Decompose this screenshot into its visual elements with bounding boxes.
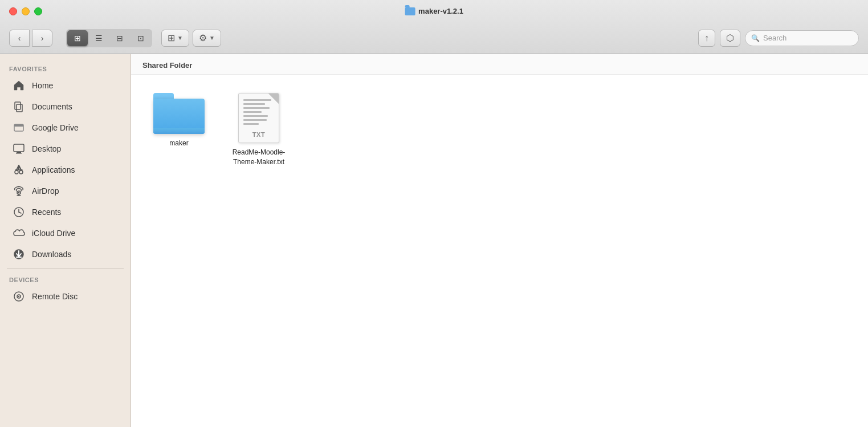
airdrop-icon (13, 185, 25, 197)
action-button[interactable]: ⚙ ▼ (193, 30, 221, 47)
sidebar-item-airdrop[interactable]: AirDrop (3, 181, 127, 201)
svg-rect-0 (15, 102, 21, 109)
txt-line (243, 111, 262, 113)
title-text: maker-v1.2.1 (418, 7, 463, 15)
devices-header: Devices (0, 273, 131, 286)
svg-rect-1 (17, 104, 22, 112)
icloud-icon (13, 227, 25, 239)
sidebar-item-downloads[interactable]: Downloads (3, 244, 127, 265)
svg-line-20 (19, 212, 21, 213)
titlebar-top: maker-v1.2.1 (0, 0, 868, 23)
sidebar-label-documents: Documents (32, 102, 72, 111)
desktop-icon (13, 143, 25, 155)
sidebar-item-documents[interactable]: Documents (3, 96, 127, 117)
window-controls (9, 7, 42, 15)
file-item-maker[interactable]: maker (145, 88, 213, 153)
list-view-button[interactable]: ☰ (88, 30, 109, 46)
svg-point-12 (15, 170, 18, 174)
svg-rect-5 (17, 152, 21, 153)
content-header: Shared Folder (131, 54, 868, 75)
svg-point-13 (19, 170, 23, 174)
sidebar-item-google-drive[interactable]: Google Drive (3, 117, 127, 138)
txt-page: TXT (238, 93, 279, 143)
file-item-readme[interactable]: TXT ReadMe-Moodle-Theme-Maker.txt (225, 88, 293, 172)
txt-line (243, 99, 271, 101)
txt-line (243, 115, 268, 117)
sidebar-item-remote-disc[interactable]: Remote Disc (3, 286, 127, 307)
search-icon: 🔍 (751, 34, 760, 42)
column-view-button[interactable]: ⊟ (109, 30, 130, 46)
toolbar: ‹ › ⊞ ☰ ⊟ ⊡ ⊞ ▼ ⚙ (0, 23, 868, 54)
share-button[interactable]: ↑ (698, 30, 715, 47)
downloads-icon (13, 248, 25, 261)
gallery-view-button[interactable]: ⊡ (131, 30, 151, 46)
icon-view-icon: ⊞ (74, 34, 81, 43)
close-button[interactable] (9, 7, 17, 15)
sidebar-label-airdrop: AirDrop (32, 186, 59, 196)
column-view-icon: ⊟ (116, 34, 123, 43)
svg-rect-6 (16, 153, 22, 154)
action-dropdown-arrow: ▼ (209, 35, 215, 41)
icon-view-button[interactable]: ⊞ (67, 30, 88, 46)
content-area: Shared Folder maker (131, 54, 868, 427)
tag-button[interactable]: ⬡ (720, 30, 740, 47)
sidebar-item-desktop[interactable]: Desktop (3, 139, 127, 159)
shared-folder-label: Shared Folder (142, 61, 192, 70)
sidebar-label-recents: Recents (32, 208, 61, 217)
nav-buttons: ‹ › (9, 30, 52, 47)
sidebar-item-icloud[interactable]: iCloud Drive (3, 223, 127, 243)
forward-button[interactable]: › (32, 30, 52, 47)
toolbar-right: ↑ ⬡ 🔍 Search (698, 30, 859, 47)
search-placeholder: Search (763, 34, 787, 42)
svg-point-26 (18, 296, 19, 297)
sidebar-resizer[interactable] (128, 54, 131, 427)
share-icon: ↑ (704, 33, 709, 43)
svg-rect-3 (14, 124, 23, 127)
sidebar-item-home[interactable]: Home (3, 75, 127, 96)
remote-disc-icon (13, 290, 25, 303)
sidebar-label-google-drive: Google Drive (32, 123, 79, 132)
window-title: maker-v1.2.1 (405, 7, 463, 15)
sidebar-label-remote-disc: Remote Disc (32, 292, 78, 301)
sidebar-label-desktop: Desktop (32, 144, 61, 153)
group-icon: ⊞ (168, 32, 175, 43)
folder-icon (153, 93, 205, 134)
txt-type-badge: TXT (252, 131, 265, 138)
main-container: Favorites Home Documents Google Drive De… (0, 54, 868, 427)
list-view-icon: ☰ (95, 34, 103, 43)
sidebar-item-applications[interactable]: Applications (3, 160, 127, 180)
home-icon (13, 79, 25, 92)
group-action-buttons: ⊞ ▼ ⚙ ▼ (161, 30, 221, 47)
sidebar-label-home: Home (32, 81, 53, 90)
gallery-view-icon: ⊡ (137, 34, 144, 43)
group-button[interactable]: ⊞ ▼ (161, 30, 189, 47)
recents-icon (13, 206, 25, 218)
group-dropdown-arrow: ▼ (177, 35, 183, 41)
content-grid: maker TXT (131, 75, 868, 185)
txt-line (243, 107, 270, 109)
documents-icon (13, 100, 25, 113)
folder-bottom-line (156, 131, 202, 133)
titlebar: maker-v1.2.1 ‹ › ⊞ ☰ ⊟ ⊡ (0, 0, 868, 54)
back-icon: ‹ (18, 34, 21, 43)
file-name-maker: maker (169, 139, 188, 148)
txt-line (243, 103, 265, 105)
sidebar-label-downloads: Downloads (32, 250, 71, 259)
search-box[interactable]: 🔍 Search (745, 30, 859, 46)
forward-icon: › (41, 34, 44, 43)
google-drive-icon (13, 121, 25, 134)
maximize-button[interactable] (34, 7, 42, 15)
sidebar: Favorites Home Documents Google Drive De… (0, 54, 131, 427)
txt-lines (239, 93, 279, 131)
gear-icon: ⚙ (199, 32, 207, 43)
applications-icon (13, 164, 25, 176)
view-mode-buttons: ⊞ ☰ ⊟ ⊡ (66, 29, 152, 47)
title-folder-icon (405, 7, 415, 15)
txt-icon: TXT (238, 93, 279, 143)
favorites-header: Favorites (0, 62, 131, 75)
svg-point-15 (18, 192, 20, 194)
sidebar-divider (7, 268, 124, 269)
minimize-button[interactable] (22, 7, 30, 15)
back-button[interactable]: ‹ (9, 30, 30, 47)
sidebar-item-recents[interactable]: Recents (3, 202, 127, 222)
